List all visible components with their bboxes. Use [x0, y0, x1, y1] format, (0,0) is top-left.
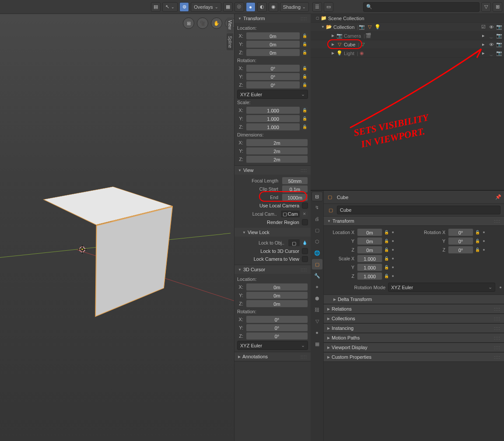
overlay-toggle[interactable]: ⊜	[179, 2, 189, 12]
shading-menu[interactable]: Shading	[280, 2, 309, 12]
lock-icon[interactable]: 🔓	[383, 238, 389, 244]
scale-y[interactable]: 1.000	[246, 115, 300, 122]
outliner-type-icon[interactable]: ☰	[312, 2, 322, 12]
eye-closed-icon[interactable]: ⏝	[488, 33, 494, 39]
lock-icon[interactable]: 🔓	[301, 49, 308, 56]
location-z[interactable]: 0m	[246, 49, 300, 56]
render-icon[interactable]: 📷	[496, 50, 502, 56]
grid-icon[interactable]: ⊞	[183, 18, 194, 29]
eyedropper-icon[interactable]: 💧	[301, 239, 308, 246]
render-region-checkbox[interactable]	[302, 219, 308, 225]
prop-scale-y[interactable]: 1.000	[357, 263, 382, 271]
local-cam-field[interactable]: ▢ Cam	[280, 210, 300, 218]
outliner-search[interactable]: 🔍	[363, 2, 480, 12]
rot-mode-select[interactable]: XYZ Euler	[388, 283, 495, 292]
arrow-icon[interactable]: ▸	[480, 50, 486, 56]
lock-icon[interactable]: 🔓	[301, 41, 308, 48]
arrow-icon[interactable]: ▸	[480, 42, 486, 48]
scale-z[interactable]: 1.000	[246, 123, 300, 131]
panel-annotations[interactable]: Annotations::::	[234, 352, 311, 361]
cursor-rz[interactable]: 0°	[246, 332, 308, 340]
lock-obj-field[interactable]: ▢	[288, 239, 300, 247]
prop-panel-motion-paths[interactable]: Motion Paths::::	[324, 333, 504, 343]
tab-viewlayer[interactable]: ▢	[312, 225, 322, 235]
checkbox-icon[interactable]: ☑	[480, 24, 486, 30]
object-name-field[interactable]: Cube	[337, 206, 500, 214]
eye-icon[interactable]: 👁	[488, 24, 494, 30]
focal-length[interactable]: 50mm	[282, 177, 308, 185]
rendered-icon[interactable]: ◉	[269, 2, 278, 12]
tab-world[interactable]: 🌐	[312, 248, 322, 258]
prop-panel-viewport-display[interactable]: Viewport Display::::	[324, 343, 504, 352]
wireframe-icon[interactable]: ⦾	[234, 2, 244, 12]
tab-object[interactable]: ▢	[312, 259, 322, 270]
tree-scene-collection[interactable]: ▢ 📁 Scene Collection	[311, 14, 504, 23]
scale-x[interactable]: 1.000	[246, 106, 300, 114]
camera-nav-icon[interactable]: 🎥	[197, 18, 208, 29]
cursor-ry[interactable]: 0°	[246, 324, 308, 332]
tree-cube[interactable]: ▶ ▽ Cube | ▽ ▸ 👁 📷	[311, 40, 504, 49]
new-collection-icon[interactable]: ⊞	[493, 2, 502, 12]
lock-icon[interactable]: 🔓	[474, 229, 480, 235]
prop-loc-x[interactable]: 0m	[357, 228, 382, 236]
lock-icon[interactable]: 🔓	[383, 247, 389, 253]
local-camera-checkbox[interactable]	[302, 203, 308, 209]
props-type-icon[interactable]: ⊟	[312, 192, 323, 201]
prop-loc-y[interactable]: 0m	[357, 237, 382, 245]
prop-panel-collections[interactable]: Collections::::	[324, 314, 504, 323]
rotation-mode-select[interactable]: XYZ Euler	[237, 90, 308, 99]
panel-view[interactable]: View::::	[234, 166, 311, 175]
display-mode-icon[interactable]: ▭	[324, 2, 333, 12]
tab-scene[interactable]: ⬡	[312, 236, 322, 247]
arrow-icon[interactable]: ▸	[480, 33, 486, 39]
prop-rot-x[interactable]: 0°	[448, 228, 473, 236]
tab-data[interactable]: ▽	[312, 316, 322, 326]
matprev-icon[interactable]: ◐	[257, 2, 267, 12]
pan-icon[interactable]: ✋	[211, 18, 222, 29]
prop-scale-z[interactable]: 1.000	[357, 272, 382, 280]
overlays-menu[interactable]: Overlays	[191, 2, 221, 12]
filter-icon[interactable]: ▽	[481, 2, 491, 12]
solid-icon[interactable]: ●	[246, 2, 256, 12]
eye-icon[interactable]: 👁	[488, 42, 494, 48]
tree-collection[interactable]: ▼ 📂 Collection | 📷 ▽ 💡 ☑ 👁 📷	[311, 23, 504, 32]
tab-particles[interactable]: ✦	[312, 282, 322, 292]
prop-rot-y[interactable]: 0°	[448, 237, 473, 245]
tab-output[interactable]: 🖨	[312, 214, 322, 224]
tab-view[interactable]: View	[227, 18, 233, 32]
tree-light[interactable]: ▶ 💡 Light | ◉ ▸ ⏝ 📷	[311, 49, 504, 58]
cursor-rx[interactable]: 0°	[246, 315, 308, 323]
prop-panel-relations[interactable]: Relations::::	[324, 304, 504, 314]
tab-spline[interactable]: Spline	[227, 33, 233, 51]
clear-icon[interactable]: ✕	[301, 210, 308, 217]
lock-icon[interactable]: 🔓	[383, 229, 389, 235]
render-icon[interactable]: 📷	[496, 33, 502, 39]
lock-icon[interactable]: 🔓	[301, 123, 308, 130]
location-y[interactable]: 0m	[246, 40, 300, 48]
prop-panel-custom[interactable]: Custom Properties::::	[324, 352, 504, 362]
dim-z[interactable]: 2m	[246, 155, 308, 163]
eye-closed-icon[interactable]: ⏝	[488, 50, 494, 56]
rotation-x[interactable]: 0°	[246, 64, 300, 72]
clip-start[interactable]: 0.1m	[282, 185, 308, 193]
cursor-rot-mode[interactable]: XYZ Euler	[237, 341, 308, 350]
pin-icon[interactable]: 📌	[495, 194, 501, 200]
xray-icon[interactable]: ▦	[223, 2, 233, 12]
lock-icon[interactable]: 🔓	[301, 115, 308, 122]
gizmo-menu[interactable]: ↖	[162, 2, 178, 12]
dim-y[interactable]: 2m	[246, 147, 308, 155]
location-x[interactable]: 0m	[246, 32, 300, 40]
lock-icon[interactable]: 🔓	[383, 273, 389, 279]
lock-icon[interactable]: 🔓	[301, 81, 308, 88]
cursor-x[interactable]: 0m	[246, 283, 308, 291]
lock-icon[interactable]: 🔓	[383, 256, 389, 262]
panel-transform[interactable]: Transform::::	[234, 14, 311, 23]
rotation-y[interactable]: 0°	[246, 73, 300, 80]
dim-x[interactable]: 2m	[246, 139, 308, 147]
lock-cam-checkbox[interactable]	[302, 256, 308, 262]
render-icon[interactable]: 📷	[496, 24, 502, 30]
render-icon[interactable]: 📷	[496, 42, 502, 48]
prop-panel-instancing[interactable]: Instancing::::	[324, 323, 504, 333]
lock-icon[interactable]: 🔓	[474, 238, 480, 244]
lock-icon[interactable]: 🔓	[301, 107, 308, 114]
